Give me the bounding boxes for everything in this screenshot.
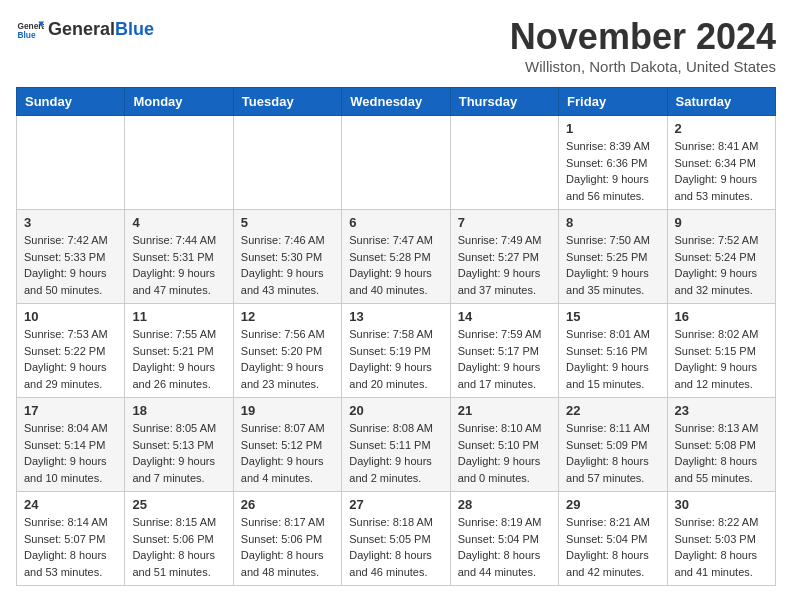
week-row-2: 3Sunrise: 7:42 AM Sunset: 5:33 PM Daylig…	[17, 210, 776, 304]
day-of-week-monday: Monday	[125, 88, 233, 116]
calendar-cell	[125, 116, 233, 210]
day-number: 15	[566, 309, 659, 324]
calendar-cell: 22Sunrise: 8:11 AM Sunset: 5:09 PM Dayli…	[559, 398, 667, 492]
calendar-cell: 27Sunrise: 8:18 AM Sunset: 5:05 PM Dayli…	[342, 492, 450, 586]
calendar-cell: 20Sunrise: 8:08 AM Sunset: 5:11 PM Dayli…	[342, 398, 450, 492]
day-of-week-saturday: Saturday	[667, 88, 775, 116]
day-info: Sunrise: 7:55 AM Sunset: 5:21 PM Dayligh…	[132, 326, 225, 392]
calendar-cell: 4Sunrise: 7:44 AM Sunset: 5:31 PM Daylig…	[125, 210, 233, 304]
calendar-cell: 21Sunrise: 8:10 AM Sunset: 5:10 PM Dayli…	[450, 398, 558, 492]
day-number: 5	[241, 215, 334, 230]
day-number: 7	[458, 215, 551, 230]
logo-general-text: General	[48, 19, 115, 39]
calendar-cell: 5Sunrise: 7:46 AM Sunset: 5:30 PM Daylig…	[233, 210, 341, 304]
calendar-cell	[450, 116, 558, 210]
day-info: Sunrise: 8:01 AM Sunset: 5:16 PM Dayligh…	[566, 326, 659, 392]
day-info: Sunrise: 8:17 AM Sunset: 5:06 PM Dayligh…	[241, 514, 334, 580]
calendar-cell: 10Sunrise: 7:53 AM Sunset: 5:22 PM Dayli…	[17, 304, 125, 398]
calendar-cell: 12Sunrise: 7:56 AM Sunset: 5:20 PM Dayli…	[233, 304, 341, 398]
day-info: Sunrise: 7:47 AM Sunset: 5:28 PM Dayligh…	[349, 232, 442, 298]
day-info: Sunrise: 7:58 AM Sunset: 5:19 PM Dayligh…	[349, 326, 442, 392]
day-info: Sunrise: 7:49 AM Sunset: 5:27 PM Dayligh…	[458, 232, 551, 298]
day-number: 13	[349, 309, 442, 324]
day-of-week-wednesday: Wednesday	[342, 88, 450, 116]
calendar-cell: 2Sunrise: 8:41 AM Sunset: 6:34 PM Daylig…	[667, 116, 775, 210]
day-info: Sunrise: 8:15 AM Sunset: 5:06 PM Dayligh…	[132, 514, 225, 580]
page-header: General Blue GeneralBlue November 2024 W…	[16, 16, 776, 75]
days-of-week-row: SundayMondayTuesdayWednesdayThursdayFrid…	[17, 88, 776, 116]
day-number: 14	[458, 309, 551, 324]
calendar-cell: 15Sunrise: 8:01 AM Sunset: 5:16 PM Dayli…	[559, 304, 667, 398]
day-info: Sunrise: 7:59 AM Sunset: 5:17 PM Dayligh…	[458, 326, 551, 392]
day-info: Sunrise: 7:42 AM Sunset: 5:33 PM Dayligh…	[24, 232, 117, 298]
logo: General Blue GeneralBlue	[16, 16, 154, 44]
calendar-cell: 30Sunrise: 8:22 AM Sunset: 5:03 PM Dayli…	[667, 492, 775, 586]
calendar-cell	[342, 116, 450, 210]
calendar-cell: 3Sunrise: 7:42 AM Sunset: 5:33 PM Daylig…	[17, 210, 125, 304]
logo-icon: General Blue	[16, 16, 44, 44]
day-number: 22	[566, 403, 659, 418]
day-number: 1	[566, 121, 659, 136]
logo-blue-text: Blue	[115, 19, 154, 39]
week-row-1: 1Sunrise: 8:39 AM Sunset: 6:36 PM Daylig…	[17, 116, 776, 210]
day-number: 10	[24, 309, 117, 324]
day-number: 19	[241, 403, 334, 418]
day-number: 20	[349, 403, 442, 418]
day-info: Sunrise: 8:41 AM Sunset: 6:34 PM Dayligh…	[675, 138, 768, 204]
svg-text:Blue: Blue	[17, 30, 35, 40]
day-number: 8	[566, 215, 659, 230]
calendar-cell: 6Sunrise: 7:47 AM Sunset: 5:28 PM Daylig…	[342, 210, 450, 304]
calendar-header: SundayMondayTuesdayWednesdayThursdayFrid…	[17, 88, 776, 116]
calendar-body: 1Sunrise: 8:39 AM Sunset: 6:36 PM Daylig…	[17, 116, 776, 586]
week-row-4: 17Sunrise: 8:04 AM Sunset: 5:14 PM Dayli…	[17, 398, 776, 492]
day-info: Sunrise: 8:19 AM Sunset: 5:04 PM Dayligh…	[458, 514, 551, 580]
calendar-cell	[233, 116, 341, 210]
day-info: Sunrise: 8:14 AM Sunset: 5:07 PM Dayligh…	[24, 514, 117, 580]
day-number: 28	[458, 497, 551, 512]
calendar-cell: 1Sunrise: 8:39 AM Sunset: 6:36 PM Daylig…	[559, 116, 667, 210]
day-number: 9	[675, 215, 768, 230]
day-info: Sunrise: 8:04 AM Sunset: 5:14 PM Dayligh…	[24, 420, 117, 486]
day-info: Sunrise: 8:07 AM Sunset: 5:12 PM Dayligh…	[241, 420, 334, 486]
day-info: Sunrise: 8:39 AM Sunset: 6:36 PM Dayligh…	[566, 138, 659, 204]
day-number: 2	[675, 121, 768, 136]
day-of-week-tuesday: Tuesday	[233, 88, 341, 116]
calendar-table: SundayMondayTuesdayWednesdayThursdayFrid…	[16, 87, 776, 586]
day-info: Sunrise: 7:50 AM Sunset: 5:25 PM Dayligh…	[566, 232, 659, 298]
day-number: 11	[132, 309, 225, 324]
location: Williston, North Dakota, United States	[510, 58, 776, 75]
calendar-cell: 14Sunrise: 7:59 AM Sunset: 5:17 PM Dayli…	[450, 304, 558, 398]
calendar-cell: 25Sunrise: 8:15 AM Sunset: 5:06 PM Dayli…	[125, 492, 233, 586]
month-title: November 2024	[510, 16, 776, 58]
day-number: 23	[675, 403, 768, 418]
calendar-cell: 13Sunrise: 7:58 AM Sunset: 5:19 PM Dayli…	[342, 304, 450, 398]
day-of-week-thursday: Thursday	[450, 88, 558, 116]
day-number: 16	[675, 309, 768, 324]
day-number: 18	[132, 403, 225, 418]
day-number: 26	[241, 497, 334, 512]
calendar-cell: 24Sunrise: 8:14 AM Sunset: 5:07 PM Dayli…	[17, 492, 125, 586]
day-number: 3	[24, 215, 117, 230]
calendar-cell: 16Sunrise: 8:02 AM Sunset: 5:15 PM Dayli…	[667, 304, 775, 398]
day-info: Sunrise: 7:44 AM Sunset: 5:31 PM Dayligh…	[132, 232, 225, 298]
day-number: 6	[349, 215, 442, 230]
day-info: Sunrise: 8:05 AM Sunset: 5:13 PM Dayligh…	[132, 420, 225, 486]
day-info: Sunrise: 8:08 AM Sunset: 5:11 PM Dayligh…	[349, 420, 442, 486]
day-info: Sunrise: 7:52 AM Sunset: 5:24 PM Dayligh…	[675, 232, 768, 298]
week-row-3: 10Sunrise: 7:53 AM Sunset: 5:22 PM Dayli…	[17, 304, 776, 398]
day-number: 4	[132, 215, 225, 230]
calendar-cell: 18Sunrise: 8:05 AM Sunset: 5:13 PM Dayli…	[125, 398, 233, 492]
day-info: Sunrise: 8:11 AM Sunset: 5:09 PM Dayligh…	[566, 420, 659, 486]
day-number: 21	[458, 403, 551, 418]
calendar-cell: 28Sunrise: 8:19 AM Sunset: 5:04 PM Dayli…	[450, 492, 558, 586]
day-of-week-friday: Friday	[559, 88, 667, 116]
day-info: Sunrise: 8:13 AM Sunset: 5:08 PM Dayligh…	[675, 420, 768, 486]
day-of-week-sunday: Sunday	[17, 88, 125, 116]
calendar-cell	[17, 116, 125, 210]
calendar-cell: 19Sunrise: 8:07 AM Sunset: 5:12 PM Dayli…	[233, 398, 341, 492]
day-number: 17	[24, 403, 117, 418]
calendar-cell: 9Sunrise: 7:52 AM Sunset: 5:24 PM Daylig…	[667, 210, 775, 304]
calendar-cell: 29Sunrise: 8:21 AM Sunset: 5:04 PM Dayli…	[559, 492, 667, 586]
week-row-5: 24Sunrise: 8:14 AM Sunset: 5:07 PM Dayli…	[17, 492, 776, 586]
day-number: 27	[349, 497, 442, 512]
